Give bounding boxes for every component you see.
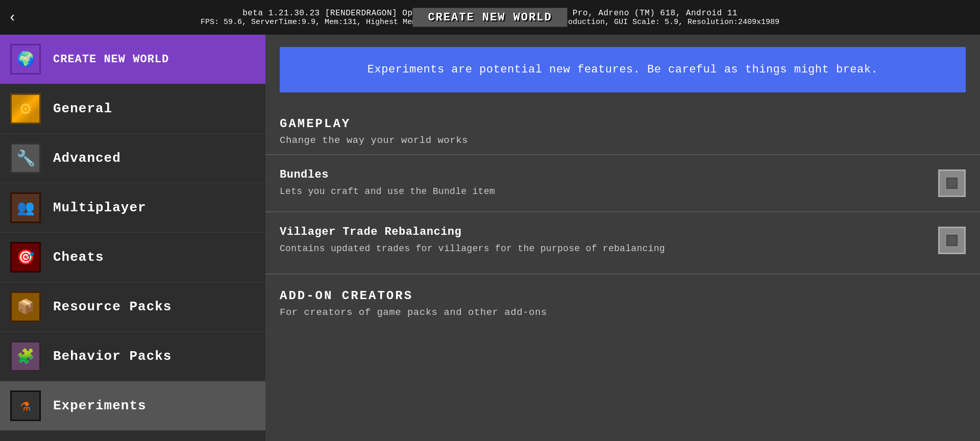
multiplayer-icon	[10, 192, 41, 223]
create-world-icon: 🌍	[10, 44, 41, 75]
bundles-desc: Lets you craft and use the Bundle item	[280, 185, 928, 198]
general-icon	[10, 93, 41, 124]
resource-packs-icon	[10, 291, 41, 322]
sidebar-label-advanced: Advanced	[53, 151, 121, 166]
addon-creators-title: ADD-ON CREATORS	[280, 289, 966, 303]
villager-trade-desc: Contains updated trades for villagers fo…	[280, 242, 928, 255]
bundles-title: Bundles	[280, 168, 928, 181]
gameplay-section-header: GAMEPLAY Change the way your world works	[265, 103, 980, 146]
back-button[interactable]: ‹	[8, 10, 17, 26]
bundles-row: Bundles Lets you craft and use the Bundl…	[265, 154, 980, 211]
bundles-toggle[interactable]	[938, 169, 966, 197]
main-layout: 🌍 CREATE NEW WORLD General Advanced Mult…	[0, 35, 980, 441]
sidebar-label-cheats: Cheats	[53, 250, 104, 265]
sidebar-label-behavior-packs: Behavior Packs	[53, 349, 172, 364]
page-title: CREATE NEW WORLD	[412, 8, 567, 27]
villager-trade-row: Villager Trade Rebalancing Contains upda…	[265, 211, 980, 268]
sidebar-item-behavior-packs[interactable]: Behavior Packs	[0, 332, 265, 381]
sidebar-label-experiments: Experiments	[53, 398, 146, 413]
sidebar-item-experiments[interactable]: Experiments	[0, 381, 265, 431]
villager-trade-info: Villager Trade Rebalancing Contains upda…	[280, 226, 928, 255]
addon-creators-desc: For creators of game packs and other add…	[280, 307, 966, 318]
cheats-icon	[10, 242, 41, 273]
villager-trade-toggle-box[interactable]	[938, 227, 966, 254]
sidebar-label-create-world: CREATE NEW WORLD	[53, 53, 169, 66]
top-bar: ‹ beta 1.21.30.23 [RENDERDRAGON] OpenGLE…	[0, 0, 980, 35]
content-area: Experiments are potential new features. …	[265, 35, 980, 441]
gameplay-desc: Change the way your world works	[280, 135, 966, 146]
bundles-info: Bundles Lets you craft and use the Bundl…	[280, 168, 928, 198]
experiments-icon	[10, 390, 41, 421]
sidebar: 🌍 CREATE NEW WORLD General Advanced Mult…	[0, 35, 265, 441]
sidebar-item-advanced[interactable]: Advanced	[0, 134, 265, 183]
sidebar-item-create-world[interactable]: 🌍 CREATE NEW WORLD	[0, 35, 265, 84]
villager-trade-title: Villager Trade Rebalancing	[280, 226, 928, 238]
villager-trade-toggle[interactable]	[938, 227, 966, 254]
gameplay-title: GAMEPLAY	[280, 117, 966, 131]
info-banner-text: Experiments are potential new features. …	[368, 63, 878, 76]
sidebar-item-resource-packs[interactable]: Resource Packs	[0, 282, 265, 332]
addon-creators-section-header: ADD-ON CREATORS For creators of game pac…	[265, 274, 980, 318]
advanced-icon	[10, 143, 41, 174]
bundles-toggle-box[interactable]	[938, 169, 966, 197]
sidebar-item-cheats[interactable]: Cheats	[0, 233, 265, 282]
info-banner: Experiments are potential new features. …	[280, 47, 966, 92]
villager-trade-toggle-inner	[946, 235, 958, 246]
sidebar-item-multiplayer[interactable]: Multiplayer	[0, 183, 265, 233]
bundles-toggle-inner	[946, 178, 958, 189]
sidebar-label-general: General	[53, 101, 112, 116]
sidebar-item-general[interactable]: General	[0, 84, 265, 134]
sidebar-label-multiplayer: Multiplayer	[53, 200, 146, 215]
behavior-packs-icon	[10, 341, 41, 372]
sidebar-label-resource-packs: Resource Packs	[53, 299, 172, 314]
